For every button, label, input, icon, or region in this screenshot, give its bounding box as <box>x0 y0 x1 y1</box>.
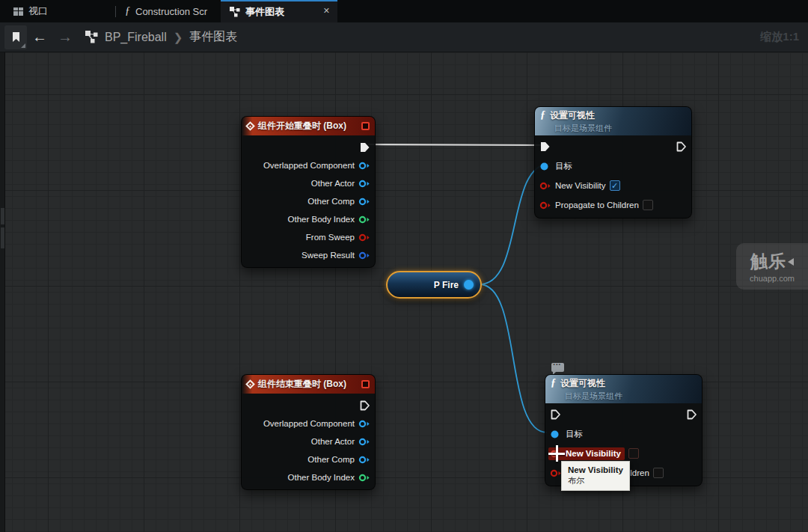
propagate-checkbox[interactable] <box>643 200 653 210</box>
node-subtitle: 目标是场景组件 <box>554 123 612 134</box>
pin-row[interactable]: Other Comp <box>242 192 375 210</box>
node-end-overlap-header[interactable]: 组件结束重叠时 (Box) <box>242 375 375 394</box>
object-pin-connected-icon[interactable] <box>539 162 551 171</box>
pin-row[interactable]: Other Comp <box>242 450 375 468</box>
bool-pin-icon[interactable] <box>539 181 551 191</box>
pin-row[interactable]: Sweep Result <box>242 246 375 264</box>
exec-out-row[interactable] <box>242 397 375 415</box>
node-set-visibility-bottom-header[interactable]: ƒ 设置可视性 目标是场景组件 <box>545 375 702 403</box>
pin-label: Other Actor <box>311 437 355 446</box>
bool-pin-icon[interactable] <box>550 468 562 478</box>
pin-row[interactable]: From Sweep <box>242 228 375 246</box>
tab-event-graph[interactable]: 事件图表 ✕ <box>221 0 337 22</box>
tab-viewport[interactable]: 视口 <box>4 0 115 22</box>
zoom-indicator: 缩放1:1 <box>760 30 799 44</box>
panel-tab-mark <box>1 208 4 224</box>
graph-canvas[interactable]: 组件开始重叠时 (Box) Overlapped Component Other… <box>0 52 808 532</box>
comment-bubble-icon[interactable] <box>551 363 564 372</box>
tab-construction-label: Construction Scr <box>135 6 207 17</box>
exec-out-unconnected[interactable] <box>676 141 687 152</box>
new-visibility-checkbox[interactable] <box>610 180 620 191</box>
event-icon <box>245 121 255 131</box>
blueprint-editor-window: 视口 ƒ Construction Scr 事件图表 ✕ ← → BP_Fire… <box>0 0 808 532</box>
exec-pin-connected[interactable] <box>359 142 370 153</box>
exec-in-connected[interactable] <box>539 141 551 152</box>
object-pin-icon[interactable] <box>358 437 370 447</box>
target-pin-row[interactable]: 目标 <box>535 156 691 176</box>
pin-label: From Sweep <box>306 233 355 242</box>
new-visibility-checkbox[interactable] <box>628 448 639 459</box>
object-pin-icon[interactable] <box>358 419 370 429</box>
breadcrumb-blueprint-name[interactable]: BP_Fireball <box>105 31 167 44</box>
function-icon: ƒ <box>540 109 545 121</box>
node-title: 设置可视性 <box>550 109 595 122</box>
pin-row[interactable]: Other Body Index <box>242 468 375 486</box>
pin-label: 目标 <box>555 161 572 172</box>
object-pin-icon[interactable] <box>358 161 370 171</box>
pin-row[interactable]: Other Body Index <box>242 210 375 228</box>
pin-label: Other Actor <box>311 179 355 188</box>
bool-pin-icon[interactable] <box>539 201 551 210</box>
function-icon: ƒ <box>125 5 130 17</box>
tab-construction-script[interactable]: ƒ Construction Scr <box>116 0 221 22</box>
bookmark-button[interactable] <box>4 25 27 49</box>
collapsed-panel-edge[interactable] <box>0 52 5 532</box>
bookmark-icon <box>12 31 20 43</box>
exec-out-unconnected[interactable] <box>686 409 697 420</box>
node-set-visibility-top[interactable]: ƒ 设置可视性 目标是场景组件 目标 New Visibility <box>534 106 692 218</box>
pin-label: New Visibility <box>555 181 606 190</box>
event-graph-icon <box>230 7 240 17</box>
exec-row[interactable] <box>535 137 691 156</box>
watermark-domain: chuapp.com <box>750 274 795 283</box>
watermark-play-icon <box>788 258 794 266</box>
watermark-brand: 触乐 <box>750 250 786 273</box>
event-icon <box>245 379 255 389</box>
propagate-checkbox[interactable] <box>653 468 664 478</box>
exec-wire <box>368 144 544 145</box>
object-pin-icon[interactable] <box>358 179 370 189</box>
pin-row[interactable]: Other Actor <box>242 432 375 450</box>
propagate-row[interactable]: Propagate to Children <box>535 195 691 215</box>
object-pin-connected-icon[interactable] <box>550 429 562 439</box>
delegate-pin-icon[interactable] <box>361 122 370 130</box>
variable-output-pin[interactable] <box>464 280 474 290</box>
forward-button[interactable]: → <box>52 28 78 46</box>
object-pin-icon[interactable] <box>358 197 370 207</box>
int-pin-icon[interactable] <box>358 215 370 224</box>
pin-label: Overlapped Component <box>263 419 355 428</box>
close-tab-icon[interactable]: ✕ <box>323 6 330 16</box>
node-set-visibility-top-header[interactable]: ƒ 设置可视性 目标是场景组件 <box>535 107 691 135</box>
tab-bar: 视口 ƒ Construction Scr 事件图表 ✕ <box>0 0 808 22</box>
node-begin-overlap-header[interactable]: 组件开始重叠时 (Box) <box>242 117 375 135</box>
exec-out-row[interactable] <box>242 138 375 156</box>
viewport-icon <box>13 7 23 16</box>
node-begin-overlap[interactable]: 组件开始重叠时 (Box) Overlapped Component Other… <box>241 116 376 268</box>
bool-pin-icon[interactable] <box>358 233 370 242</box>
node-title: 设置可视性 <box>560 377 605 390</box>
exec-row[interactable] <box>545 405 702 424</box>
target-wire-bottom <box>480 284 547 432</box>
breadcrumb-current-graph[interactable]: 事件图表 <box>189 29 237 45</box>
pin-label: Other Comp <box>307 197 355 206</box>
tab-event-graph-label: 事件图表 <box>245 5 284 19</box>
pin-label: New Visibility <box>566 449 621 458</box>
struct-pin-icon[interactable] <box>358 251 370 260</box>
int-pin-icon[interactable] <box>358 473 370 483</box>
pin-row[interactable]: Overlapped Component <box>242 156 375 174</box>
node-title: 组件开始重叠时 (Box) <box>258 120 357 132</box>
back-button[interactable]: ← <box>27 28 52 46</box>
watermark: 触乐 chuapp.com <box>736 243 808 290</box>
target-pin-row[interactable]: 目标 <box>545 424 702 444</box>
delegate-pin-icon[interactable] <box>361 380 370 388</box>
node-end-overlap[interactable]: 组件结束重叠时 (Box) Overlapped Component Other… <box>241 374 376 490</box>
pin-label: Propagate to Children <box>555 201 639 210</box>
pin-row[interactable]: Other Actor <box>242 174 375 192</box>
pin-label: 目标 <box>566 429 583 440</box>
pin-row[interactable]: Overlapped Component <box>242 415 375 432</box>
object-pin-icon[interactable] <box>358 455 370 465</box>
pin-label: Other Body Index <box>288 473 355 482</box>
exec-in-unconnected[interactable] <box>550 409 561 420</box>
exec-pin-unconnected[interactable] <box>359 400 370 411</box>
node-p-fire-variable[interactable]: P Fire <box>386 271 482 299</box>
new-visibility-row[interactable]: New Visibility <box>535 176 691 195</box>
